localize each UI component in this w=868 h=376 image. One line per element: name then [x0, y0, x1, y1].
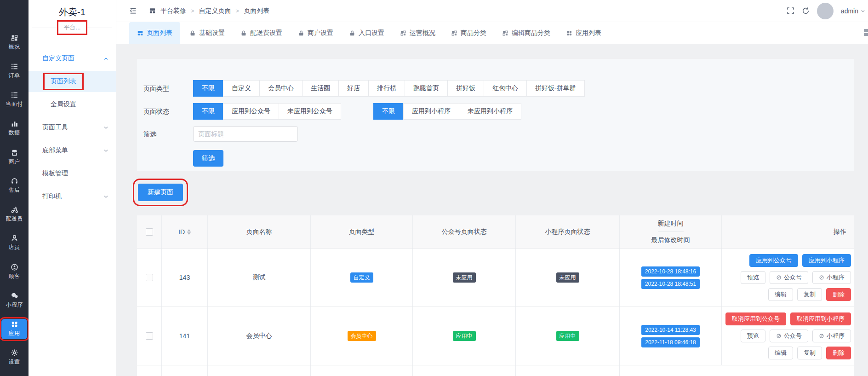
chevron-down-icon — [861, 9, 865, 13]
menu-fold-icon[interactable] — [129, 7, 137, 15]
new-page-button[interactable]: 新建页面 — [138, 184, 183, 201]
submenu-page-tools[interactable]: 页面工具 — [29, 116, 116, 139]
tab-overflow-icon[interactable] — [864, 29, 868, 36]
mp-status-option[interactable]: 应用到公众号 — [223, 103, 279, 120]
preview-button[interactable]: 预览 — [741, 271, 765, 284]
row-checkbox[interactable] — [146, 274, 153, 281]
sidebar-item-label: 售后 — [9, 186, 20, 194]
page-type-option[interactable]: 拼好饭 — [447, 80, 484, 97]
mp-status-option[interactable]: 不限 — [193, 103, 223, 120]
apply-mini-button[interactable]: 应用到小程序 — [802, 254, 851, 267]
select-all-checkbox[interactable] — [146, 228, 153, 236]
preview-button[interactable]: 预览 — [741, 330, 765, 342]
breadcrumb-separator: > — [236, 7, 240, 14]
sidebar-item-facepay[interactable]: 当面付 — [1, 90, 27, 110]
tabbar: 页面列表 基础设置 配送费设置 商户设置 入口设置 运营概况 — [116, 22, 868, 44]
pages-table: ID 页面名称 页面类型 公众号页面状态 小程序页面状态 新建时间 最后修改时间… — [137, 215, 854, 376]
tab-entry-settings[interactable]: 入口设置 — [349, 22, 384, 44]
page-type-option[interactable]: 好店 — [338, 80, 369, 97]
tab-operation-overview[interactable]: 运营概况 — [400, 22, 435, 44]
submenu-bottom-menu[interactable]: 底部菜单 — [29, 139, 116, 162]
mp-status-option[interactable]: 未应用到公众号 — [279, 103, 341, 120]
avatar[interactable] — [817, 3, 834, 19]
submenu-template-mgmt[interactable]: 模板管理 — [29, 162, 116, 185]
cancel-apply-mini-button[interactable]: 取消应用到小程序 — [790, 312, 851, 325]
tab-goods-category[interactable]: 商品分类 — [451, 22, 486, 44]
sidebar-item-overview[interactable]: 概况 — [1, 32, 27, 52]
page-type-option[interactable]: 排行榜 — [368, 80, 405, 97]
row-checkbox[interactable] — [146, 332, 153, 340]
mini-status-option[interactable]: 不限 — [373, 103, 404, 120]
sidebar-item-aftersale[interactable]: 售后 — [1, 175, 27, 196]
table-row: 141 会员中心 会员中心 应用中 应用中 2022-10-14 11:28:4… — [137, 307, 854, 365]
sidebar-item-merchant[interactable]: 商户 — [1, 147, 27, 167]
breadcrumb-item[interactable]: 平台装修 — [160, 7, 186, 15]
mini-link-button[interactable]: 小程序 — [812, 330, 851, 342]
sidebar-item-courier[interactable]: 配送员 — [1, 204, 27, 225]
filter-row-submit: 筛选 — [143, 149, 854, 167]
submenu-printer[interactable]: 打印机 — [29, 185, 116, 208]
refresh-icon[interactable] — [802, 7, 810, 15]
delete-button[interactable]: 删除 — [826, 347, 851, 359]
cell-page-name: 测试 — [208, 249, 311, 307]
page-type-option[interactable]: 拼好饭-拼单群 — [526, 80, 585, 97]
tab-edit-goods-category[interactable]: 编辑商品分类 — [502, 22, 550, 44]
clerk-person-icon — [11, 234, 18, 242]
mini-status-badge: 应用中 — [556, 331, 579, 341]
submenu-global-settings[interactable]: 全局设置 — [29, 93, 116, 116]
cell-ops: 取消应用到公众号 取消应用到小程序 预览 公众号 小程序 编辑 复制 删除 — [722, 307, 854, 365]
tab-app-list[interactable]: 应用列表 — [566, 22, 601, 44]
sidebar-item-data[interactable]: 数据 — [1, 118, 27, 139]
breadcrumb-item[interactable]: 页面列表 — [244, 7, 269, 15]
user-menu[interactable]: admin — [841, 7, 865, 15]
sidebar-item-clerk[interactable]: 店员 — [1, 233, 27, 253]
sidebar-item-label: 应用 — [9, 330, 20, 337]
edit-button[interactable]: 编辑 — [768, 288, 793, 301]
filter-panel: 页面类型 不限 自定义 会员中心 生活圈 好店 排行榜 跑腿首页 拼好饭 红包中… — [137, 59, 854, 171]
tab-page-list[interactable]: 页面列表 — [129, 22, 180, 44]
sub-sidebar: 外卖-1 平台... 自定义页面 页面列表 全局设置 页面工具 底部菜单 — [29, 0, 116, 376]
sidebar-item-customer[interactable]: 顾客 — [1, 261, 27, 282]
edit-button[interactable]: 编辑 — [768, 347, 793, 359]
tab-merchant-settings[interactable]: 商户设置 — [298, 22, 333, 44]
table-row-partial — [137, 365, 854, 376]
chevron-down-icon — [103, 194, 108, 199]
submenu-page-list[interactable]: 页面列表 — [29, 71, 116, 92]
sidebar-item-label: 设置 — [9, 358, 20, 366]
platform-label[interactable]: 平台... — [60, 23, 85, 32]
sort-icon[interactable] — [187, 229, 191, 235]
fullscreen-icon[interactable] — [787, 7, 794, 15]
mp-link-button[interactable]: 公众号 — [770, 271, 808, 284]
page-title-input[interactable] — [193, 126, 298, 142]
mini-status-option[interactable]: 未应用到小程序 — [459, 103, 521, 120]
tab-delivery-fee[interactable]: 配送费设置 — [240, 22, 282, 44]
sidebar-item-label: 概况 — [9, 43, 20, 51]
delete-button[interactable]: 删除 — [826, 288, 851, 301]
page-type-option[interactable]: 跑腿首页 — [405, 80, 448, 97]
mini-link-button[interactable]: 小程序 — [812, 271, 851, 284]
sidebar-item-miniprogram[interactable]: 小程序 — [1, 290, 27, 310]
apply-mp-button[interactable]: 应用到公众号 — [749, 254, 798, 267]
sidebar-item-orders[interactable]: 订单 — [1, 61, 27, 81]
sidebar-item-apps[interactable]: 应用 — [1, 319, 27, 339]
breadcrumb-item[interactable]: 自定义页面 — [199, 7, 231, 15]
copy-button[interactable]: 复制 — [797, 288, 822, 301]
sidebar-item-settings[interactable]: 设置 — [1, 347, 27, 368]
page-type-option[interactable]: 会员中心 — [259, 80, 303, 97]
cancel-apply-mp-button[interactable]: 取消应用到公众号 — [725, 312, 786, 325]
header-ops: 操作 — [722, 215, 854, 248]
tab-basic-settings[interactable]: 基础设置 — [189, 22, 225, 44]
page-type-option[interactable]: 红包中心 — [484, 80, 527, 97]
page-type-option[interactable]: 不限 — [193, 80, 223, 97]
table-row: 143 测试 自定义 未应用 未应用 2022-10-28 18:48:16 2… — [137, 249, 854, 307]
breadcrumb-separator: > — [191, 7, 194, 14]
submenu-custom-pages[interactable]: 自定义页面 — [29, 47, 116, 70]
mp-link-button[interactable]: 公众号 — [770, 330, 808, 342]
page-type-option[interactable]: 自定义 — [223, 80, 260, 97]
filter-submit-button[interactable]: 筛选 — [193, 150, 223, 167]
courier-scooter-icon — [11, 206, 18, 214]
page-type-option[interactable]: 生活圈 — [302, 80, 339, 97]
copy-button[interactable]: 复制 — [797, 347, 822, 359]
link-icon — [819, 333, 824, 339]
mini-status-option[interactable]: 应用到小程序 — [403, 103, 459, 120]
